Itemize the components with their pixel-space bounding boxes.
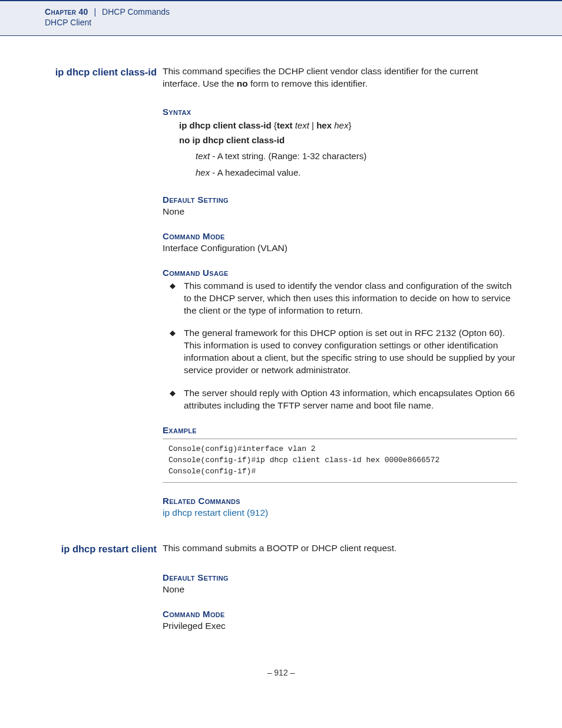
example-section: Example Console(config)#interface vlan 2… <box>163 425 517 483</box>
command-name-2: ip dhcp restart client <box>45 542 163 555</box>
syn-pipe: | <box>309 120 316 130</box>
syn-i2: hex <box>332 120 348 130</box>
example-title: Example <box>163 425 517 435</box>
param1-desc: - A text string. (Range: 1-32 characters… <box>210 151 366 161</box>
syntax-section: Syntax ip dhcp client class-id {text tex… <box>163 107 517 182</box>
related-title: Related Commands <box>163 496 517 506</box>
param2-name: hex <box>196 167 210 177</box>
syn-b1: ip dhcp client class-id <box>179 120 272 130</box>
chapter-line: Chapter 40 | DHCP Commands <box>45 7 521 17</box>
syntax-line-1: ip dhcp client class-id {text text | hex… <box>179 118 517 133</box>
chapter-label: Chapter 40 <box>45 7 88 17</box>
syntax-title: Syntax <box>163 107 517 117</box>
command-heading-2: ip dhcp restart client This command subm… <box>45 542 517 555</box>
default-title-1: Default Setting <box>163 195 517 205</box>
syn-brace-close: } <box>348 120 351 130</box>
syntax-line-2: no ip dhcp client class-id <box>179 133 517 148</box>
usage-bullet-3: The server should reply with Option 43 i… <box>170 387 517 412</box>
command-desc-1: This command specifies the DCHP client v… <box>163 65 517 90</box>
param1-name: text <box>196 151 210 161</box>
usage-list: This command is used to identify the ven… <box>163 280 517 412</box>
chapter-title: DHCP Commands <box>102 7 170 17</box>
command-heading-1: ip dhcp client class-id This command spe… <box>45 65 517 90</box>
page-body: ip dhcp client class-id This command spe… <box>0 36 562 695</box>
usage-title: Command Usage <box>163 268 517 278</box>
syn-b3: hex <box>316 120 332 130</box>
desc-bold: no <box>237 78 248 88</box>
syn-brace-open: { <box>272 120 277 130</box>
related-link[interactable]: ip dhcp restart client (912) <box>163 507 517 519</box>
command-mode-section-2: Command Mode Privileged Exec <box>163 609 517 633</box>
mode-title-2: Command Mode <box>163 609 517 619</box>
syntax-param-2: hex - A hexadecimal value. <box>196 164 517 182</box>
default-body-2: None <box>163 584 517 596</box>
mode-body-1: Interface Configuration (VLAN) <box>163 242 517 255</box>
example-code: Console(config)#interface vlan 2 Console… <box>163 439 517 483</box>
default-body-1: None <box>163 206 517 218</box>
page-header: Chapter 40 | DHCP Commands DHCP Client <box>0 0 562 36</box>
syn-b2: text <box>277 120 293 130</box>
syntax-param-1: text - A text string. (Range: 1-32 chara… <box>196 148 517 165</box>
desc-post: form to remove this identifier. <box>248 78 368 88</box>
mode-body-2: Privileged Exec <box>163 620 517 633</box>
default-setting-section-1: Default Setting None <box>163 195 517 218</box>
mode-title-1: Command Mode <box>163 231 517 241</box>
syn-i1: text <box>293 120 309 130</box>
usage-bullet-1: This command is used to identify the ven… <box>170 280 517 317</box>
default-title-2: Default Setting <box>163 572 517 582</box>
default-setting-section-2: Default Setting None <box>163 572 517 596</box>
command-name-1: ip dhcp client class-id <box>45 65 163 78</box>
page-number: – 912 – <box>45 668 517 695</box>
related-commands-section: Related Commands ip dhcp restart client … <box>163 496 517 519</box>
chapter-subtitle: DHCP Client <box>45 18 521 27</box>
usage-bullet-2: The general framework for this DHCP opti… <box>170 327 517 377</box>
command-usage-section: Command Usage This command is used to id… <box>163 268 517 412</box>
command-mode-section-1: Command Mode Interface Configuration (VL… <box>163 231 517 255</box>
command-desc-2: This command submits a BOOTP or DHCP cli… <box>163 542 517 555</box>
separator: | <box>94 7 97 17</box>
param2-desc: - A hexadecimal value. <box>210 167 300 177</box>
